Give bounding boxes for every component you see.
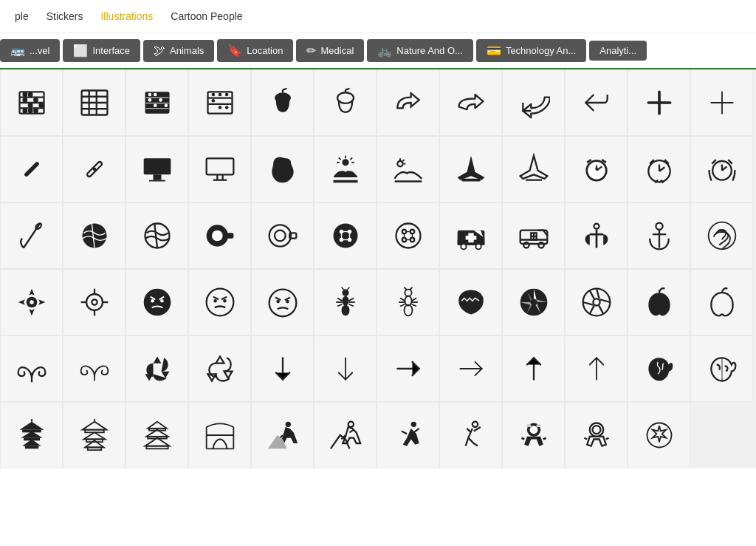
cat-location[interactable]: 🔖 Location [217,39,293,62]
icon-grid [0,69,756,468]
icon-arrow-curve-right2[interactable] [439,69,502,136]
icon-ant-filled[interactable] [314,269,377,335]
icon-tape-measure-filled[interactable] [188,202,251,269]
icon-anchor-filled[interactable] [565,202,628,269]
icon-star-jump[interactable] [377,402,439,468]
svg-point-9 [39,103,43,107]
icon-apple-filled[interactable] [628,269,690,335]
cat-nature[interactable]: 🚲 Nature And O... [367,39,473,62]
icon-mountain-climber2[interactable] [314,402,377,468]
cat-animals[interactable]: 🕊 Animals [143,40,214,62]
icon-needle-thread[interactable] [0,202,63,269]
icon-arrow-down-filled[interactable] [251,335,314,402]
nav-illustrations[interactable]: Illustrations [100,7,153,25]
svg-point-149 [92,299,97,304]
icon-antarctica-map[interactable] [439,269,502,335]
icon-farm-landscape[interactable] [377,136,439,202]
icon-billboard-outline[interactable] [188,136,251,202]
icon-aperture-filled[interactable] [502,269,565,335]
icon-recycle-arrows-filled[interactable] [126,335,188,402]
icon-button-four-outline[interactable] [377,202,439,269]
icon-airplane-outline[interactable] [502,136,565,202]
icon-head-brain[interactable] [628,335,690,402]
icon-arrow-curve-right[interactable] [377,69,439,136]
nav-ellipsis[interactable]: ple [15,7,29,25]
svg-point-147 [30,300,34,304]
icon-arrow-return-left[interactable] [502,69,565,136]
icon-tape-measure-outline[interactable] [251,202,314,269]
icon-abacus-filled[interactable] [126,69,188,136]
icon-angry-face-outline2[interactable] [251,269,314,335]
svg-line-174 [348,298,353,301]
icon-person-reach[interactable] [439,402,502,468]
icon-pagoda-outline[interactable] [63,402,126,468]
icon-ant-outline[interactable] [377,269,439,335]
icon-ambulance-cross[interactable] [439,202,502,269]
cat-travel[interactable]: 🚌 ...vel [0,39,60,62]
icon-bandage-diagonal[interactable] [0,136,63,202]
cat-medical[interactable]: ✏ Medical [296,39,364,62]
icon-button-four[interactable] [314,202,377,269]
icon-abacus-dots[interactable] [188,69,251,136]
icon-mountain-climber[interactable] [251,402,314,468]
icon-aperture-outline[interactable] [565,269,628,335]
icon-acorn-outline[interactable] [314,69,377,136]
icon-arrow-right-filled[interactable] [377,335,439,402]
icon-astronaut-filled[interactable] [502,402,565,468]
cat-technology[interactable]: 💳 Technology An... [476,39,586,62]
icon-target-cross-filled[interactable] [0,269,63,335]
icon-abacus-outline[interactable] [0,69,63,136]
svg-rect-69 [461,179,481,182]
icon-arrow-up-outline[interactable] [565,335,628,402]
icon-bandage-outline[interactable] [63,136,126,202]
svg-point-104 [333,224,357,248]
icon-acorn-filled[interactable] [251,69,314,136]
icon-plus-bold[interactable] [628,69,690,136]
icon-arrow-up-filled[interactable] [502,335,565,402]
nav-cartoon-people[interactable]: Cartoon People [171,7,242,25]
svg-point-25 [148,98,151,102]
icon-pagoda-2[interactable] [126,402,188,468]
svg-line-178 [348,304,353,307]
icon-alarm-clock-outline[interactable] [628,136,690,202]
icon-yarn-ball-outline[interactable] [126,202,188,269]
cat-analytics-label: Analyti... [599,45,636,56]
icon-head-brain2[interactable] [690,335,753,402]
cat-analytics[interactable]: Analyti... [589,41,647,61]
svg-line-201 [589,290,594,299]
icon-airplane-filled[interactable] [439,136,502,202]
icon-alarm-clock-filled[interactable] [565,136,628,202]
icon-arrow-return-left2[interactable] [565,69,628,136]
icon-pagoda-filled[interactable] [0,402,63,468]
icon-astronaut-outline[interactable] [565,402,628,468]
icon-plus-thin[interactable] [690,69,753,136]
icon-arrow-down-outline[interactable] [314,335,377,402]
cat-nature-label: Nature And O... [396,45,463,56]
icon-yarn-ball-filled[interactable] [63,202,126,269]
icon-farm-sun[interactable] [314,136,377,202]
icon-aries-filled[interactable] [0,335,63,402]
icon-angry-face-outline[interactable] [188,269,251,335]
icon-ambulance-outline[interactable] [502,202,565,269]
icon-apple-outline[interactable] [690,269,753,335]
svg-point-159 [206,289,233,316]
svg-line-198 [598,305,602,314]
svg-point-32 [211,93,215,97]
icon-sparkle-circle[interactable] [628,402,690,468]
svg-line-43 [346,89,350,90]
icon-africa-map[interactable] [251,136,314,202]
icon-arrow-right-outline[interactable] [439,335,502,402]
icon-target-cross-outline[interactable] [63,269,126,335]
cat-interface[interactable]: ⬜ Interface [63,39,140,62]
svg-line-246 [543,438,546,440]
icon-arch-pavilion[interactable] [188,402,251,468]
icon-alarm-clock-ring[interactable] [690,136,753,202]
icon-aries-outline[interactable] [63,335,126,402]
icon-anchor-outline[interactable] [628,202,690,269]
icon-recycle-arrows-outline[interactable] [188,335,251,402]
icon-angry-face-filled[interactable] [126,269,188,335]
nav-stickers[interactable]: Stickers [47,7,83,25]
icon-billboard-filled[interactable] [126,136,188,202]
icon-fingerprint-circle[interactable] [690,202,753,269]
icon-abacus-grid[interactable] [63,69,126,136]
